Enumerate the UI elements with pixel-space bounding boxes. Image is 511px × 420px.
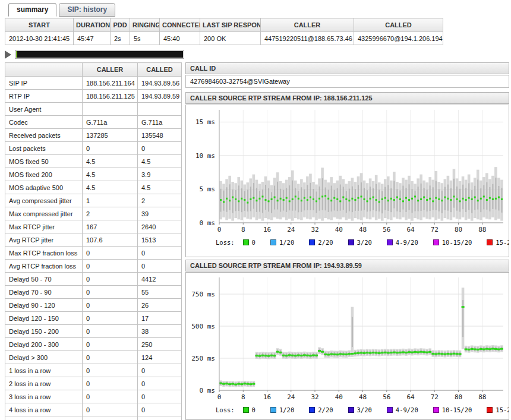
- stat-called-value: [138, 103, 182, 116]
- legend-swatch: [348, 239, 354, 245]
- table-row: Avg RTCP fraction loss00: [5, 260, 182, 273]
- table-row: 2 loss in a row00: [5, 377, 182, 390]
- tab-bar: summary SIP: history: [8, 3, 115, 17]
- table-row: Avg compressed jitter12: [5, 194, 182, 207]
- stat-label-cell: 4 loss in a row: [5, 403, 83, 416]
- stat-caller-value: 137285: [83, 129, 138, 142]
- playback-progress-bar[interactable]: [15, 50, 184, 59]
- legend-item-label: 4-9/20: [396, 239, 418, 246]
- summary-value-cell: 447519220511@188.65.73.46: [261, 32, 354, 45]
- play-icon[interactable]: [5, 50, 11, 59]
- stat-label-cell: Avg RTCP jitter: [5, 233, 83, 247]
- stat-called-value: 39: [138, 207, 182, 220]
- legend-item: 10-15/20: [433, 406, 472, 413]
- svg-text:56: 56: [383, 393, 390, 401]
- svg-text:10 ms: 10 ms: [195, 152, 215, 160]
- stat-label-cell: MOS fixed 200: [5, 168, 83, 181]
- stat-label-cell: Delayd 120 - 150: [5, 312, 83, 325]
- stat-caller-value: 1: [83, 194, 138, 207]
- stats-column-header: CALLER: [83, 63, 138, 77]
- legend-item: 2/20: [309, 406, 333, 413]
- legend-item-label: 10-15/20: [442, 239, 472, 246]
- stat-caller-value: 0: [83, 325, 138, 338]
- table-row: CodecG.711aG.711a: [5, 116, 182, 129]
- stat-caller-value: 0: [83, 377, 138, 390]
- stat-called-value: 0: [138, 247, 182, 260]
- called-rtp-stream-header: CALLED SOURCE RTP STREAM FROM IP: 194.93…: [185, 260, 509, 271]
- caller-rtp-chart: 08162432404856647280880 ms5 ms10 ms15 ms: [186, 105, 506, 238]
- stat-label-cell: Delayd 200 - 300: [5, 338, 83, 351]
- table-row: SIP IP188.156.211.164194.93.89.56: [5, 77, 182, 90]
- svg-text:88: 88: [478, 393, 486, 401]
- call-id-value: 4276984603-32754@SVIGateway: [185, 75, 509, 88]
- stat-label-cell: User Agent: [5, 103, 83, 116]
- stat-called-value: 2640: [138, 220, 182, 233]
- stat-called-value: 194.93.89.59: [138, 90, 182, 103]
- legend-swatch: [433, 239, 439, 245]
- svg-text:88: 88: [478, 226, 486, 233]
- stat-called-value: 26: [138, 299, 182, 312]
- table-row: 3 loss in a row00: [5, 390, 182, 403]
- stat-called-value: 1513: [138, 233, 182, 247]
- stat-label-cell: Max RTCP fraction loss: [5, 247, 83, 260]
- svg-text:64: 64: [406, 226, 415, 233]
- legend-swatch: [487, 407, 493, 413]
- svg-text:0 ms: 0 ms: [200, 219, 216, 227]
- stat-called-value: 124: [138, 351, 182, 364]
- stat-caller-value: 0: [83, 247, 138, 260]
- stat-caller-value: 0: [83, 351, 138, 364]
- legend-label: Loss:: [216, 406, 235, 413]
- table-row: Lost packets00: [5, 142, 182, 155]
- summary-column-header: PDD: [111, 18, 130, 32]
- table-row: Avg RTCP jitter107.61513: [5, 233, 182, 247]
- tab-sip-history[interactable]: SIP: history: [59, 3, 115, 17]
- stat-caller-value: 0: [83, 286, 138, 299]
- stat-caller-value: 0: [83, 364, 138, 377]
- stat-label-cell: Delayd > 300: [5, 351, 83, 364]
- call-summary-table: STARTDURATIONPDDRINGINGCONNECTEDLAST SIP…: [5, 18, 443, 45]
- legend-item: 0: [243, 239, 256, 246]
- legend-item-label: 15-20/20: [496, 406, 509, 413]
- rtp-stats-table: CALLERCALLED SIP IP188.156.211.164194.93…: [5, 62, 182, 420]
- stats-column-header: CALLED: [138, 63, 182, 77]
- stat-label-cell: 2 loss in a row: [5, 377, 83, 390]
- stat-called-value: 4412: [138, 273, 182, 286]
- stat-caller-value: 0: [83, 390, 138, 403]
- summary-column-header: LAST SIP RESPONSE: [200, 18, 261, 32]
- table-row: Delayd > 3000124: [5, 351, 182, 364]
- legend-item: 1/20: [270, 239, 294, 246]
- svg-text:32: 32: [311, 226, 318, 233]
- table-row: 5 loss in a row00: [5, 416, 182, 420]
- stat-called-value: 2: [138, 194, 182, 207]
- svg-text:80: 80: [455, 226, 462, 233]
- svg-text:56: 56: [383, 226, 390, 233]
- stat-caller-value: 0: [83, 403, 138, 416]
- legend-swatch: [487, 239, 493, 245]
- stat-label-cell: Max compressed jitter: [5, 207, 83, 220]
- playhead-marker[interactable]: [16, 51, 17, 58]
- stat-called-value: 17: [138, 312, 182, 325]
- table-row: 1 loss in a row00: [5, 364, 182, 377]
- legend-swatch: [309, 407, 315, 413]
- stat-label-cell: 5 loss in a row: [5, 416, 83, 420]
- caller-rtp-chart-panel: 08162432404856647280880 ms5 ms10 ms15 ms…: [185, 105, 509, 257]
- stat-caller-value: 107.6: [83, 233, 138, 247]
- legend-item-label: 3/20: [357, 406, 372, 413]
- stat-label-cell: Max RTCP jitter: [5, 220, 83, 233]
- stat-caller-value: [83, 103, 138, 116]
- table-row: User Agent: [5, 103, 182, 116]
- svg-text:40: 40: [335, 226, 343, 233]
- legend-item-label: 1/20: [279, 239, 294, 246]
- svg-text:64: 64: [406, 393, 415, 401]
- legend-item: 2/20: [309, 239, 333, 246]
- legend-swatch: [270, 407, 276, 413]
- stat-label-cell: Received packets: [5, 129, 83, 142]
- legend-swatch: [387, 239, 393, 245]
- tab-summary[interactable]: summary: [8, 3, 56, 17]
- svg-text:40: 40: [335, 393, 343, 401]
- stat-caller-value: 188.156.211.125: [83, 90, 138, 103]
- stat-caller-value: 0: [83, 338, 138, 351]
- stat-called-value: 250: [138, 338, 182, 351]
- summary-value-row: 2012-10-30 21:41:4545:472s5s45:40200 OK4…: [5, 32, 443, 45]
- summary-column-header: CALLED: [354, 18, 443, 32]
